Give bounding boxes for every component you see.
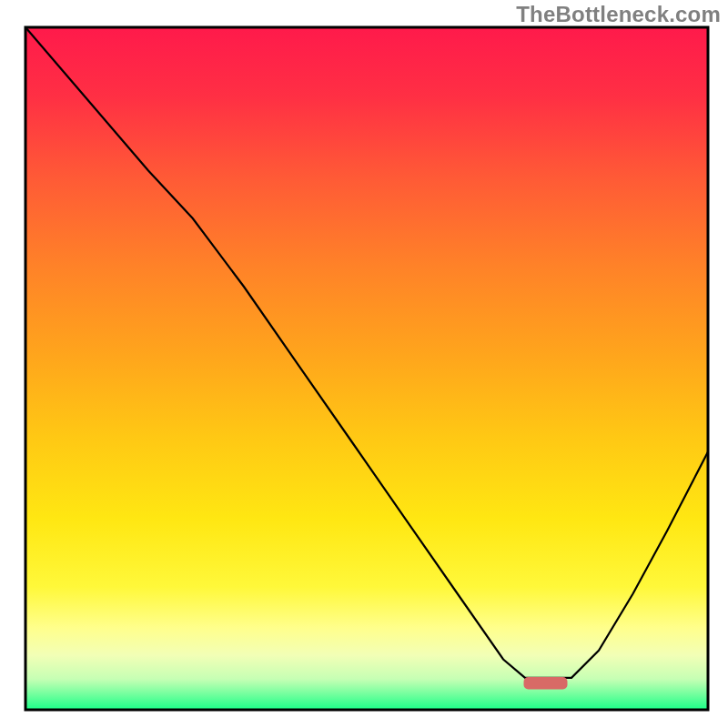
- bottleneck-chart: [0, 0, 728, 728]
- chart-container: TheBottleneck.com: [0, 0, 728, 728]
- optimal-marker: [524, 677, 568, 690]
- watermark-text: TheBottleneck.com: [516, 2, 721, 27]
- plot-area: [25, 27, 708, 710]
